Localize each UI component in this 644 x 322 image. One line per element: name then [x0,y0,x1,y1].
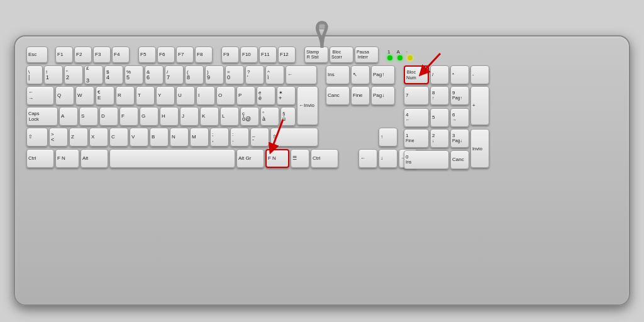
key-pgup[interactable]: Pag↑ [371,65,395,84]
key-j[interactable]: J [180,107,199,126]
key-r[interactable]: R [116,86,135,105]
key-g[interactable]: G [140,107,158,126]
key-enter[interactable]: ←Invio [297,86,318,125]
key-f8[interactable]: F8 [195,47,213,63]
key-canc[interactable]: Canc [326,86,350,105]
key-np0[interactable]: 0Ins [404,150,449,169]
key-f11[interactable]: F11 [259,47,277,63]
key-o[interactable]: O [216,86,235,105]
key-a[interactable]: A [59,107,78,126]
key-np7[interactable]: 7 [404,86,429,105]
key-arrow-up[interactable]: ↑ [379,128,397,147]
key-u[interactable]: U [176,86,195,105]
key-ctrl-right[interactable]: Ctrl [311,149,338,168]
key-np-plus[interactable]: + [470,86,489,125]
key-d[interactable]: D [99,107,118,126]
key-pausa[interactable]: PausaInterr [355,47,379,63]
key-t[interactable]: T [136,86,155,105]
key-bloc-num[interactable]: BlocNum [404,65,429,84]
key-f10[interactable]: F10 [240,47,258,63]
key-f7[interactable]: F7 [176,47,194,63]
key-f9[interactable]: F9 [221,47,239,63]
key-np5[interactable]: 5 [430,108,449,127]
key-f[interactable]: F [119,107,138,126]
key-f6[interactable]: F6 [157,47,175,63]
key-fine[interactable]: Fine [351,86,370,105]
key-i[interactable]: I [196,86,215,105]
key-np-minus[interactable]: - [470,65,489,84]
key-4[interactable]: $4 [104,65,123,84]
key-minus[interactable]: _- [250,128,269,147]
key-np-invio[interactable]: Invio [470,129,489,168]
key-s[interactable]: S [79,107,98,126]
key-caps-lock[interactable]: CapsLock [26,107,58,126]
key-menu[interactable]: ☰ [291,149,309,168]
key-ugrave[interactable]: §ù [280,107,296,126]
key-3[interactable]: £3 [84,65,103,84]
key-x[interactable]: X [89,128,108,147]
key-1[interactable]: !1 [44,65,63,84]
key-y[interactable]: Y [156,86,175,105]
key-agrave[interactable]: °à [260,107,279,126]
key-p[interactable]: P [236,86,255,105]
key-2[interactable]: "2 [64,65,83,84]
key-pgdn[interactable]: Pag↓ [371,86,395,105]
key-backspace[interactable]: ← [286,65,317,84]
key-fn-left[interactable]: F N [55,149,79,168]
key-f5[interactable]: F5 [138,47,156,63]
key-f4[interactable]: F4 [112,47,130,63]
key-ins[interactable]: Ins [326,65,350,84]
key-v[interactable]: V [130,128,148,147]
key-np4[interactable]: 4← [404,108,429,127]
key-f3[interactable]: F3 [93,47,111,63]
key-7[interactable]: /7 [165,65,184,84]
key-8[interactable]: (8 [185,65,204,84]
key-np1[interactable]: 1Fine [404,129,429,148]
key-bloc-scorr[interactable]: BlocScorr [330,47,353,63]
key-n[interactable]: N [170,128,189,147]
key-5[interactable]: %5 [125,65,143,84]
key-egrave[interactable]: éè [257,86,275,105]
key-space[interactable] [109,149,235,168]
key-q[interactable]: Q [55,86,74,105]
key-altgr[interactable]: Alt Gr [236,149,264,168]
key-period[interactable]: :. [230,128,249,147]
key-np2[interactable]: 2↓ [430,129,449,148]
key-stamp[interactable]: StampR Sist [304,47,328,63]
key-arrow-down[interactable]: ↓ [379,149,397,168]
key-quote[interactable]: ?' [245,65,264,84]
key-ctrl-left[interactable]: Ctrl [26,149,54,168]
key-f1[interactable]: F1 [55,47,73,63]
key-b[interactable]: B [150,128,169,147]
key-np8[interactable]: 8↑ [430,86,449,105]
key-comma[interactable]: ;, [210,128,229,147]
key-np9[interactable]: 9Pag↑ [450,86,469,105]
key-shift-left[interactable]: ⇧ [26,128,48,147]
key-tab[interactable]: ←→ [26,86,54,105]
key-z[interactable]: Z [69,128,88,147]
key-np-star[interactable]: * [450,65,469,84]
key-backslash[interactable]: \| [26,65,43,84]
key-f12[interactable]: F12 [278,47,296,63]
key-shift-right[interactable]: ⇧ [270,128,318,147]
key-m[interactable]: M [190,128,209,147]
key-9[interactable]: )9 [205,65,224,84]
key-f2[interactable]: F2 [74,47,92,63]
key-alt[interactable]: Alt [80,149,108,168]
key-caret[interactable]: ^ì [265,65,284,84]
key-l[interactable]: L [220,107,239,126]
key-h[interactable]: H [160,107,179,126]
key-0[interactable]: =0 [225,65,244,84]
key-esc[interactable]: Esc [26,47,48,63]
key-np-canc[interactable]: Canc [450,150,469,169]
key-lt-gt[interactable]: >< [49,128,68,147]
key-arrow-left[interactable]: ← [358,149,377,168]
key-e[interactable]: €E [96,86,114,105]
key-k[interactable]: K [200,107,219,126]
key-6[interactable]: &6 [145,65,164,84]
key-fn-right[interactable]: F N [265,149,289,168]
key-plus[interactable]: ✶+ [277,86,296,105]
key-w[interactable]: W [75,86,94,105]
key-c[interactable]: C [109,128,128,147]
key-home[interactable]: ↖ [351,65,370,84]
